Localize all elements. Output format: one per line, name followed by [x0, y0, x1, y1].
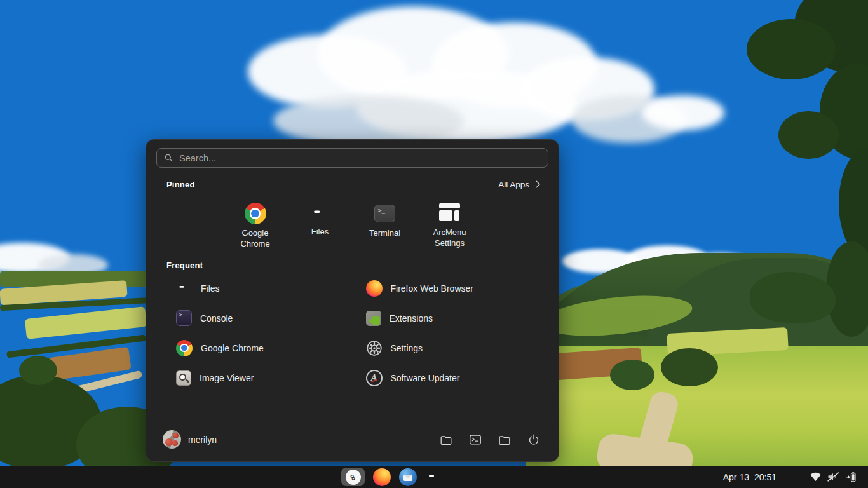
taskbar: ∞ Apr 13 20:51	[0, 466, 868, 488]
menu-footer: merilyn	[163, 417, 541, 461]
search-icon	[164, 153, 173, 163]
folder-icon	[498, 433, 512, 447]
all-apps-label: All Apps	[498, 180, 529, 189]
wifi-icon	[810, 472, 822, 482]
console-icon: >-	[176, 310, 192, 326]
user-name: merilyn	[188, 435, 217, 445]
taskbar-firefox-button[interactable]	[373, 468, 391, 486]
software-updater-icon: A	[366, 370, 383, 386]
frequent-app-files[interactable]: Files	[155, 273, 353, 303]
arcmenu-panel: Search... Pinned All Apps Google Chrome …	[146, 139, 559, 462]
pinned-apps-grid: Google Chrome Files >_ Terminal ArcMenu …	[146, 198, 559, 249]
pinned-app-files[interactable]: Files	[288, 198, 353, 249]
taskbar-thunderbird-button[interactable]	[399, 468, 417, 486]
avatar	[163, 430, 181, 449]
clock-date: Apr 13	[723, 472, 749, 482]
pinned-app-arcmenu-settings[interactable]: ArcMenu Settings	[417, 198, 482, 249]
terminal-icon	[468, 433, 482, 447]
folder-icon	[439, 433, 453, 447]
terminal-shortcut-button[interactable]	[468, 433, 482, 447]
battery-charging-icon	[845, 471, 857, 482]
settings-gear-icon	[366, 340, 383, 356]
volume-muted-icon	[827, 472, 840, 482]
pinned-section-header: Pinned	[166, 180, 195, 189]
pinned-app-label: Terminal	[358, 228, 412, 239]
footer-shortcuts	[439, 433, 541, 447]
frequent-app-google-chrome[interactable]: Google Chrome	[155, 333, 353, 363]
frequent-app-label: Console	[200, 313, 233, 323]
user-account-button[interactable]: merilyn	[163, 430, 217, 449]
pinned-app-google-chrome[interactable]: Google Chrome	[223, 198, 288, 249]
files-folder-icon	[176, 281, 193, 295]
taskbar-files-button[interactable]	[425, 469, 444, 485]
terminal-icon: >_	[374, 205, 395, 222]
frequent-app-label: Settings	[391, 343, 423, 353]
frequent-app-label: Firefox Web Browser	[391, 283, 473, 294]
power-button[interactable]	[527, 433, 541, 447]
desktop: Search... Pinned All Apps Google Chrome …	[0, 0, 868, 488]
frequent-app-console[interactable]: >- Console	[155, 303, 353, 333]
tree-foliage	[19, 356, 57, 385]
arcmenu-settings-icon	[439, 203, 460, 224]
clock-time: 20:51	[754, 472, 776, 482]
frequent-app-settings[interactable]: Settings	[353, 333, 550, 363]
files-folder-icon	[425, 469, 444, 485]
power-icon	[527, 433, 541, 447]
taskbar-apps: ∞	[341, 466, 444, 488]
arcmenu-icon: ∞	[346, 470, 361, 485]
pinned-app-terminal[interactable]: >_ Terminal	[353, 198, 417, 249]
chrome-icon	[176, 340, 193, 356]
frequent-app-label: Software Updater	[391, 373, 460, 383]
arcmenu-button[interactable]: ∞	[341, 468, 365, 486]
thunderbird-icon	[399, 468, 417, 486]
frequent-app-label: Extensions	[390, 313, 433, 323]
chrome-icon	[245, 203, 266, 224]
search-placeholder: Search...	[179, 153, 216, 163]
image-viewer-icon	[176, 370, 191, 386]
search-input[interactable]: Search...	[156, 148, 548, 168]
frequent-app-firefox[interactable]: Firefox Web Browser	[353, 273, 550, 303]
tree-foliage	[747, 19, 836, 79]
frequent-app-software-updater[interactable]: A Software Updater	[353, 363, 550, 393]
files-folder-icon	[309, 204, 331, 223]
firefox-icon	[373, 468, 391, 486]
all-apps-button[interactable]: All Apps	[498, 180, 541, 189]
extensions-puzzle-icon	[366, 311, 381, 326]
pinned-app-label: Files	[294, 227, 347, 238]
pinned-app-label: Google Chrome	[229, 228, 282, 249]
frequent-apps-grid: Files Firefox Web Browser >- Console Ext…	[155, 273, 550, 393]
documents-shortcut-button[interactable]	[439, 433, 453, 447]
field-patch	[25, 306, 147, 339]
tree-foliage	[778, 111, 839, 159]
frequent-app-image-viewer[interactable]: Image Viewer	[155, 363, 353, 393]
files-shortcut-button[interactable]	[498, 433, 512, 447]
cloud	[273, 95, 464, 146]
cloud	[642, 95, 724, 130]
frequent-section-header: Frequent	[166, 261, 203, 270]
system-indicators[interactable]	[810, 466, 857, 488]
clock[interactable]: Apr 13 20:51	[723, 466, 776, 488]
tree-foliage	[661, 348, 718, 386]
firefox-icon	[366, 280, 383, 297]
tree-foliage	[610, 360, 654, 390]
frequent-app-label: Files	[201, 283, 220, 294]
pinned-app-label: ArcMenu Settings	[423, 227, 477, 248]
frequent-app-extensions[interactable]: Extensions	[353, 303, 550, 333]
frequent-app-label: Google Chrome	[201, 343, 264, 353]
chevron-right-icon	[535, 180, 541, 189]
frequent-app-label: Image Viewer	[200, 373, 254, 383]
